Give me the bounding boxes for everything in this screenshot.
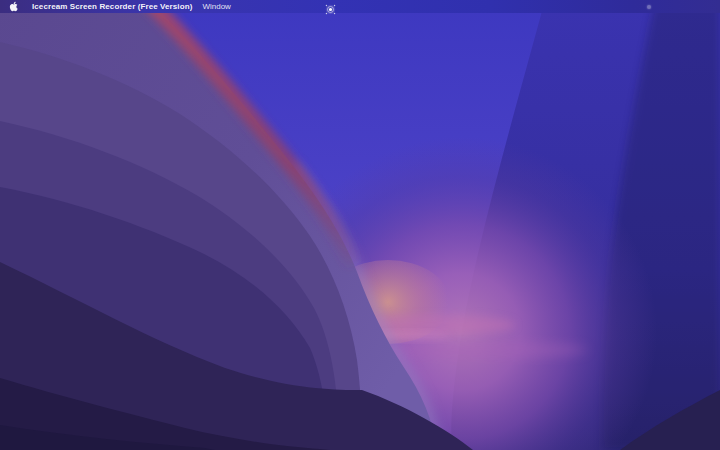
desktop-wallpaper	[0, 0, 720, 450]
menu-item-window[interactable]: Window	[202, 2, 230, 11]
apple-icon[interactable]	[9, 0, 19, 13]
app-menu-title[interactable]: Icecream Screen Recorder (Free Version)	[32, 2, 192, 11]
menu-bar: Icecream Screen Recorder (Free Version) …	[0, 0, 720, 13]
dim-status-dot-icon[interactable]	[647, 5, 651, 9]
desktop-screen: Icecream Screen Recorder (Free Version) …	[0, 0, 720, 450]
recorder-status-icon[interactable]	[325, 1, 336, 12]
menu-bar-left: Icecream Screen Recorder (Free Version) …	[0, 0, 231, 13]
